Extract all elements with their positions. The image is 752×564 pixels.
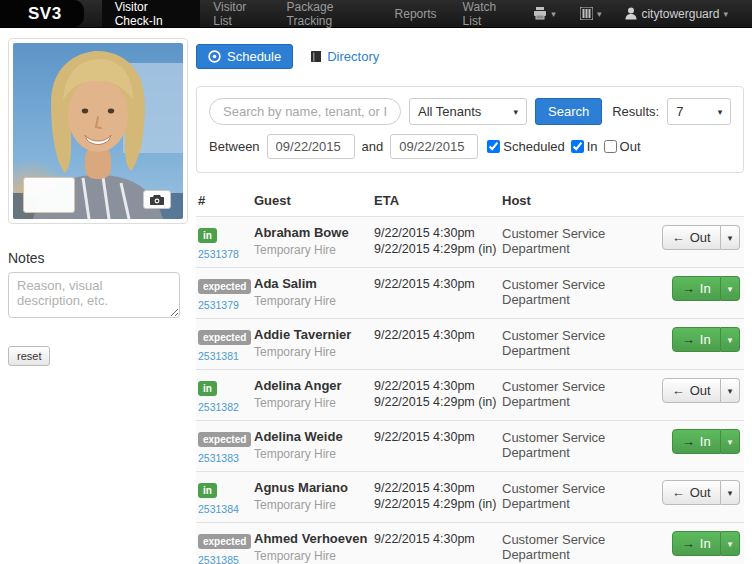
visitor-photo-card [8, 38, 188, 224]
check-action-splitbutton: → In ▾ [672, 327, 740, 352]
host-name: Customer Service Department [502, 531, 648, 562]
filter-checkbox-label: Scheduled [503, 139, 564, 154]
search-button[interactable]: Search [535, 98, 602, 125]
header-guest: Guest [254, 193, 374, 208]
action-dropdown-toggle[interactable]: ▾ [721, 378, 741, 403]
nav-menu: Visitor Check-InVisitor ListPackage Trac… [102, 0, 524, 27]
check-action-button[interactable]: → In [672, 531, 721, 556]
navbar-right: ▾ ▾ citytowerguard ▾ [523, 0, 752, 27]
direction-arrow-icon: → [682, 536, 695, 551]
filter-checkbox-in[interactable]: In [571, 139, 598, 154]
guest-name: Abraham Bowe [254, 225, 374, 240]
take-photo-button[interactable] [143, 190, 171, 209]
host-name: Customer Service Department [502, 378, 648, 409]
check-action-button[interactable]: ← Out [662, 378, 721, 403]
filter-checkbox-input[interactable] [571, 140, 584, 153]
visitor-id-link[interactable]: 2531384 [198, 503, 254, 515]
eta-checkin: 9/22/2015 4:29pm (in) [374, 394, 502, 410]
check-action-button[interactable]: → In [672, 276, 721, 301]
modules-menu-button[interactable]: ▾ [570, 0, 612, 27]
action-dropdown-toggle[interactable]: ▾ [721, 327, 741, 352]
notes-label: Notes [8, 250, 188, 266]
sv3-app: SV3 Visitor Check-InVisitor ListPackage … [0, 0, 752, 564]
tab-schedule[interactable]: Schedule [196, 44, 293, 69]
guest-type: Temporary Hire [254, 447, 374, 461]
person-icon [625, 7, 637, 20]
caret-down-icon: ▾ [597, 9, 602, 19]
host-name: Customer Service Department [502, 225, 648, 256]
check-action-splitbutton: → In ▾ [672, 429, 740, 454]
table-header: # Guest ETA Host [196, 189, 744, 216]
filter-checkbox-input[interactable] [604, 140, 617, 153]
direction-arrow-icon: → [682, 281, 695, 296]
content-area: Notes reset Schedule Di [0, 28, 752, 564]
caret-down-icon: ▾ [551, 9, 556, 19]
action-dropdown-toggle[interactable]: ▾ [721, 225, 741, 250]
visitor-sidebar: Notes reset [0, 28, 196, 366]
results-label: Results: [612, 104, 659, 119]
columns-icon [580, 7, 593, 20]
guest-type: Temporary Hire [254, 498, 374, 512]
visitor-id-link[interactable]: 2531385 [198, 554, 254, 564]
notes-input[interactable] [8, 272, 180, 318]
check-action-splitbutton: ← Out ▾ [662, 378, 741, 403]
tab-directory[interactable]: Directory [311, 49, 379, 64]
visitor-id-link[interactable]: 2531383 [198, 452, 254, 464]
check-action-label: In [700, 332, 711, 347]
action-dropdown-toggle[interactable]: ▾ [721, 531, 741, 556]
action-dropdown-toggle[interactable]: ▾ [721, 429, 741, 454]
visitor-id-link[interactable]: 2531379 [198, 299, 254, 311]
brand-logo[interactable]: SV3 [0, 0, 84, 27]
eta-scheduled: 9/22/2015 4:30pm [374, 429, 502, 445]
user-menu-button[interactable]: citytowerguard ▾ [615, 0, 738, 27]
table-row: in 2531378 Abraham Bowe Temporary Hire 9… [196, 216, 744, 267]
results-select[interactable]: 7 ▾ [667, 98, 731, 125]
tab-directory-label: Directory [327, 49, 379, 64]
filter-checkbox-out[interactable]: Out [604, 139, 641, 154]
table-row: in 2531382 Adelina Anger Temporary Hire … [196, 369, 744, 420]
nav-item-package-tracking[interactable]: Package Tracking [274, 0, 382, 27]
visitor-id-link[interactable]: 2531382 [198, 401, 254, 413]
search-input[interactable] [209, 98, 401, 125]
tenant-select[interactable]: All Tenants ▾ [409, 98, 527, 125]
nav-item-reports[interactable]: Reports [382, 0, 450, 27]
clock-icon [208, 50, 221, 63]
filter-checkbox-input[interactable] [487, 140, 500, 153]
check-action-button[interactable]: ← Out [662, 480, 721, 505]
tenant-select-value: All Tenants [418, 104, 481, 119]
guest-name: Addie Tavernier [254, 327, 374, 342]
table-row: expected 2531383 Adelina Weide Temporary… [196, 420, 744, 471]
date-to-input[interactable] [390, 134, 478, 159]
print-menu-button[interactable]: ▾ [523, 0, 566, 27]
check-action-button[interactable]: → In [672, 327, 721, 352]
header-host: Host [502, 193, 648, 208]
action-dropdown-toggle[interactable]: ▾ [721, 480, 741, 505]
check-action-label: In [700, 281, 711, 296]
check-action-button[interactable]: → In [672, 429, 721, 454]
table-row: in 2531384 Agnus Mariano Temporary Hire … [196, 471, 744, 522]
search-row: All Tenants ▾ Search Results: 7 ▾ [209, 98, 731, 125]
visitor-id-link[interactable]: 2531378 [198, 248, 254, 260]
check-action-button[interactable]: ← Out [662, 225, 721, 250]
signature-pad-overlay [23, 177, 75, 213]
nav-item-watch-list[interactable]: Watch List [450, 0, 524, 27]
nav-item-visitor-check-in[interactable]: Visitor Check-In [102, 0, 201, 27]
check-action-label: Out [690, 485, 711, 500]
date-from-input[interactable] [267, 134, 355, 159]
visitor-id-link[interactable]: 2531381 [198, 350, 254, 362]
guest-name: Ahmed Verhoeven [254, 531, 374, 546]
check-action-splitbutton: → In ▾ [672, 531, 740, 556]
guest-name: Adelina Weide [254, 429, 374, 444]
guest-type: Temporary Hire [254, 294, 374, 308]
date-filter-row: Between and Scheduled In Out [209, 134, 731, 159]
check-action-label: In [700, 536, 711, 551]
nav-item-visitor-list[interactable]: Visitor List [200, 0, 273, 27]
check-action-splitbutton: ← Out ▾ [662, 225, 741, 250]
eta-scheduled: 9/22/2015 4:30pm [374, 327, 502, 343]
table-row: expected 2531379 Ada Salim Temporary Hir… [196, 267, 744, 318]
action-dropdown-toggle[interactable]: ▾ [721, 276, 741, 301]
and-label: and [362, 139, 384, 154]
filter-checkbox-scheduled[interactable]: Scheduled [487, 139, 564, 154]
reset-button[interactable]: reset [8, 346, 50, 366]
direction-arrow-icon: → [682, 332, 695, 347]
